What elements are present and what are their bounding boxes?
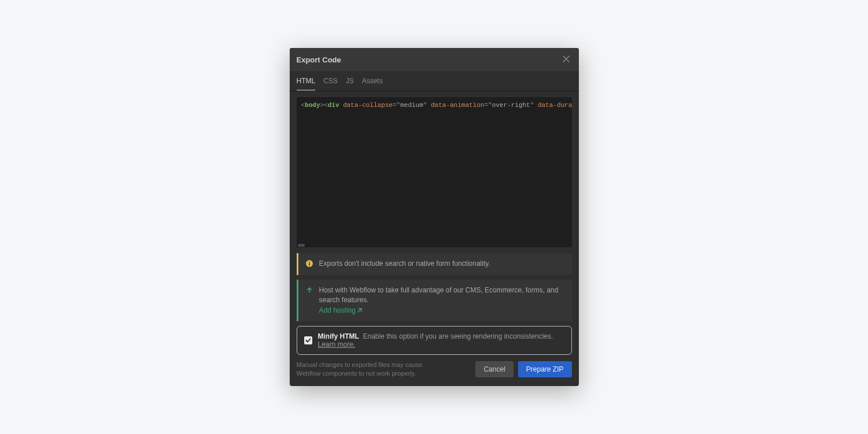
arrow-up-icon (305, 286, 313, 316)
tab-html[interactable]: HTML (297, 71, 316, 91)
svg-rect-1 (309, 262, 310, 263)
code-attr-duration: data-duration (538, 102, 572, 109)
minify-checkbox[interactable] (304, 336, 312, 344)
add-hosting-link[interactable]: Add hosting (319, 306, 363, 314)
prepare-zip-button[interactable]: Prepare ZIP (518, 361, 572, 377)
info-warning-icon (305, 259, 313, 269)
external-link-icon (357, 307, 363, 313)
close-button[interactable] (560, 54, 572, 65)
alert-warn-text: Exports don't include search or native f… (319, 259, 490, 269)
minify-text-wrap: Minify HTML Enable this option if you ar… (318, 332, 564, 348)
minify-html-option[interactable]: Minify HTML Enable this option if you ar… (297, 326, 572, 355)
learn-more-link[interactable]: Learn more. (318, 340, 356, 348)
code-preview[interactable]: <body><div data-collapse="medium" data-a… (297, 97, 572, 247)
code-attr-collapse: data-collapse (343, 102, 393, 109)
alert-hosting-upsell: Host with Webflow to take full advantage… (297, 280, 572, 321)
tab-css[interactable]: CSS (323, 71, 338, 91)
modal-header: Export Code (290, 48, 579, 71)
code-val-animation: over-right (492, 102, 530, 109)
svg-rect-2 (309, 263, 310, 266)
cancel-button[interactable]: Cancel (475, 361, 513, 377)
code-tag-div: div (328, 102, 339, 109)
code-attr-animation: data-animation (431, 102, 484, 109)
alert-export-limitation: Exports don't include search or native f… (297, 253, 572, 275)
footer-buttons: Cancel Prepare ZIP (475, 361, 571, 377)
tab-js[interactable]: JS (346, 71, 354, 91)
export-code-modal: Export Code HTML CSS JS Assets <body><di… (290, 48, 579, 385)
modal-title: Export Code (297, 55, 341, 64)
code-val-collapse: medium (400, 102, 423, 109)
tab-assets[interactable]: Assets (362, 71, 383, 91)
footer-note: Manual changes to exported files may cau… (297, 361, 435, 378)
alert-info-text: Host with Webflow to take full advantage… (319, 286, 559, 304)
close-icon (563, 55, 570, 62)
alert-info-body: Host with Webflow to take full advantage… (319, 285, 565, 316)
horizontal-scrollbar-thumb[interactable] (298, 244, 305, 247)
minify-description: Enable this option if you are seeing ren… (363, 332, 553, 340)
minify-label: Minify HTML (318, 332, 359, 340)
modal-footer: Manual changes to exported files may cau… (290, 361, 579, 386)
tab-bar: HTML CSS JS Assets (290, 71, 579, 91)
check-icon (305, 337, 311, 343)
code-tag-body: body (305, 102, 320, 109)
